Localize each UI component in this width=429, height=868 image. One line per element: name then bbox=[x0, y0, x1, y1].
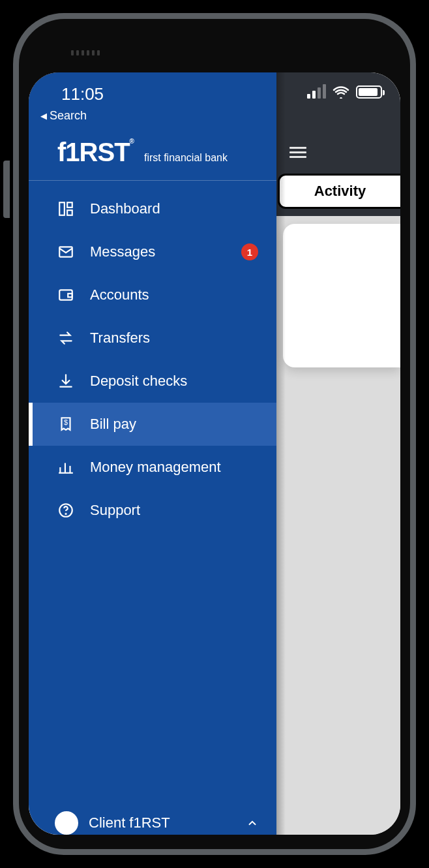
sidebar-item-label: Messages bbox=[90, 243, 155, 260]
status-time: 11:05 bbox=[61, 84, 262, 104]
wifi-icon bbox=[333, 85, 349, 99]
money-mgmt-icon bbox=[57, 459, 74, 476]
svg-rect-5 bbox=[68, 294, 72, 297]
phone-side-button bbox=[3, 161, 10, 218]
messages-icon bbox=[57, 243, 74, 260]
billpay-icon: $ bbox=[57, 416, 74, 433]
sidebar-item-support[interactable]: Support bbox=[29, 489, 276, 532]
cellular-signal-icon bbox=[307, 85, 326, 99]
sidebar-item-label: Deposit checks bbox=[90, 373, 187, 390]
phone-inner: Activity bbox=[19, 19, 410, 849]
deposit-icon bbox=[57, 373, 74, 390]
accounts-icon bbox=[57, 287, 74, 303]
sidebar-item-label: Transfers bbox=[90, 330, 150, 347]
sidebar-item-transfers[interactable]: Transfers bbox=[29, 317, 276, 360]
brand-subtitle: first financial bank bbox=[144, 152, 228, 164]
content-card bbox=[283, 224, 400, 367]
svg-rect-0 bbox=[59, 202, 65, 215]
sidebar-item-label: Support bbox=[90, 502, 140, 519]
sidebar-item-label: Dashboard bbox=[90, 200, 160, 217]
tab-activity-label: Activity bbox=[314, 183, 366, 200]
phone-device-frame: Activity bbox=[0, 0, 429, 868]
dashboard-icon bbox=[57, 200, 74, 217]
sidebar-item-label: Money management bbox=[90, 459, 221, 476]
avatar bbox=[55, 811, 78, 835]
svg-rect-1 bbox=[67, 202, 72, 208]
sidebar-item-messages[interactable]: Messages 1 bbox=[29, 230, 276, 273]
user-profile-row[interactable]: Client f1RST bbox=[29, 802, 276, 835]
phone-bezel: Activity bbox=[13, 13, 416, 855]
support-icon bbox=[57, 502, 74, 519]
svg-text:$: $ bbox=[64, 418, 68, 426]
sidebar-item-label: Bill pay bbox=[90, 416, 136, 433]
chevron-up-icon bbox=[246, 817, 258, 829]
sidebar-item-label: Accounts bbox=[90, 287, 149, 303]
sidebar-drawer: 11:05 Search f1RST® first financial bank bbox=[29, 72, 276, 835]
sidebar-nav: Dashboard Messages 1 bbox=[29, 181, 276, 802]
battery-icon bbox=[356, 85, 382, 99]
sidebar-item-dashboard[interactable]: Dashboard bbox=[29, 187, 276, 230]
status-bar-left: 11:05 Search bbox=[29, 72, 276, 112]
status-bar-right bbox=[307, 85, 382, 99]
brand-logo: f1RST® bbox=[57, 138, 134, 167]
back-label: Search bbox=[50, 109, 87, 123]
hamburger-menu-button[interactable] bbox=[289, 144, 309, 160]
sidebar-item-money-management[interactable]: Money management bbox=[29, 446, 276, 489]
svg-rect-2 bbox=[67, 210, 72, 215]
messages-badge: 1 bbox=[241, 243, 258, 260]
tab-activity[interactable]: Activity bbox=[278, 174, 400, 209]
svg-rect-4 bbox=[59, 290, 72, 300]
phone-screen: Activity bbox=[29, 72, 400, 835]
sidebar-item-bill-pay[interactable]: $ Bill pay bbox=[29, 403, 276, 446]
back-to-search-link[interactable]: Search bbox=[40, 109, 87, 123]
svg-point-8 bbox=[65, 514, 66, 514]
sidebar-item-deposit-checks[interactable]: Deposit checks bbox=[29, 360, 276, 403]
user-name: Client f1RST bbox=[89, 814, 170, 831]
sidebar-item-accounts[interactable]: Accounts bbox=[29, 273, 276, 317]
transfers-icon bbox=[57, 330, 74, 347]
phone-speaker bbox=[71, 50, 100, 55]
